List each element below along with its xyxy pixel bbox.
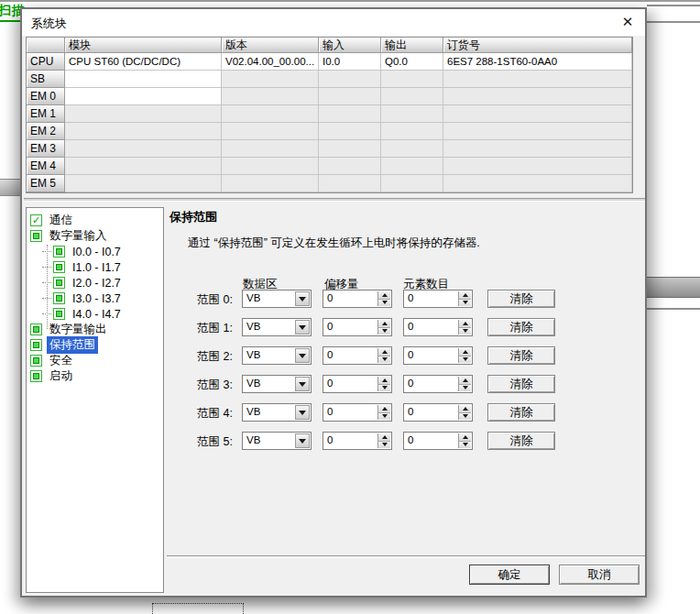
range-2-count-spinner[interactable]: 0 [403, 346, 473, 365]
range-1-offset-spinner[interactable]: 0 [323, 318, 392, 336]
sb-module-cell[interactable] [65, 71, 222, 88]
spinner-value: 0 [408, 434, 413, 445]
range-4-offset-spinner[interactable]: 0 [323, 403, 392, 422]
chevron-down-icon[interactable] [295, 320, 310, 334]
spin-up-icon[interactable] [459, 405, 471, 413]
combo-value: VB [246, 434, 260, 445]
tree-item-label: 数字量输入 [47, 227, 110, 245]
range-2-data-area-select[interactable]: VB [242, 346, 312, 365]
range-4-count-spinner[interactable]: 0 [403, 403, 473, 422]
spin-up-icon[interactable] [378, 405, 390, 413]
spin-down-icon[interactable] [378, 442, 390, 449]
spin-down-icon[interactable] [459, 385, 471, 392]
chevron-down-icon[interactable] [295, 433, 310, 448]
tree-item-communication[interactable]: ✓ 通信 [27, 213, 163, 228]
row-header-em0[interactable]: EM 0 [27, 88, 65, 105]
spin-up-icon[interactable] [459, 291, 471, 300]
row-header-em4[interactable]: EM 4 [27, 158, 65, 175]
range-5-clear-button[interactable]: 清除 [487, 432, 555, 450]
row-header-cpu[interactable]: CPU [27, 53, 65, 71]
range-0-data-area-select[interactable]: VB [242, 290, 312, 308]
em4-module-cell[interactable] [65, 158, 222, 175]
header-cell-version[interactable]: 版本 [222, 38, 319, 53]
spin-down-icon[interactable] [459, 442, 471, 449]
ok-button[interactable]: 确定 [469, 565, 550, 585]
range-2-clear-button[interactable]: 清除 [487, 346, 555, 365]
range-3-data-area-select[interactable]: VB [242, 375, 312, 393]
check-glyph: ✓ [32, 215, 40, 225]
chevron-down-icon[interactable] [295, 377, 310, 391]
range-5-count-spinner[interactable]: 0 [403, 432, 473, 450]
em1-module-cell[interactable] [65, 105, 222, 123]
range-3-count-spinner[interactable]: 0 [403, 375, 473, 393]
range-1-count-spinner[interactable]: 0 [403, 318, 473, 336]
range-4-clear-button[interactable]: 清除 [487, 403, 555, 422]
spin-up-icon[interactable] [378, 291, 390, 300]
header-cell-input[interactable]: 输入 [319, 38, 381, 53]
background-window-edge [0, 0, 700, 2]
range-1-clear-button[interactable]: 清除 [487, 318, 555, 336]
range-2-offset-spinner[interactable]: 0 [323, 346, 392, 365]
table-cell [222, 71, 319, 88]
range-5-data-area-select[interactable]: VB [242, 432, 312, 450]
chevron-down-icon[interactable] [295, 405, 310, 420]
cpu-order-cell: 6ES7 288-1ST60-0AA0 [443, 53, 632, 71]
table-cell [222, 88, 319, 105]
spin-up-icon[interactable] [378, 348, 390, 356]
range-4-data-area-select[interactable]: VB [242, 403, 312, 422]
row-header-em5[interactable]: EM 5 [27, 175, 65, 192]
spin-down-icon[interactable] [459, 300, 471, 307]
tree-item-digital-inputs[interactable]: 数字量输入 [27, 228, 163, 244]
range-3-offset-spinner[interactable]: 0 [323, 375, 392, 393]
range-0-offset-spinner[interactable]: 0 [323, 290, 392, 308]
row-header-sb[interactable]: SB [27, 71, 65, 88]
chevron-down-icon[interactable] [295, 348, 310, 363]
cpu-module-cell[interactable]: CPU ST60 (DC/DC/DC) [65, 53, 222, 71]
range-0-clear-button[interactable]: 清除 [487, 290, 555, 308]
range-row-5: 范围 5: VB 0 0 清除 [22, 432, 649, 450]
spin-down-icon[interactable] [459, 328, 471, 335]
row-header-em2[interactable]: EM 2 [27, 123, 65, 140]
cpu-version-cell: V02.04.00_00.00... [222, 53, 319, 71]
spin-down-icon[interactable] [378, 356, 390, 364]
combo-value: VB [246, 321, 260, 332]
spinner-value: 0 [408, 321, 413, 332]
em3-module-cell[interactable] [65, 140, 222, 158]
table-cell [381, 88, 443, 105]
chevron-down-icon[interactable] [295, 291, 310, 306]
row-header-em3[interactable]: EM 3 [27, 140, 65, 158]
row-header-em1[interactable]: EM 1 [27, 105, 65, 123]
dialog-titlebar[interactable]: 系统块 ✕ [22, 9, 645, 36]
spin-up-icon[interactable] [459, 348, 471, 356]
em2-module-cell[interactable] [65, 123, 222, 140]
spin-up-icon[interactable] [459, 377, 471, 385]
spin-down-icon[interactable] [378, 385, 390, 392]
spinner-value: 0 [408, 378, 413, 389]
header-cell-module[interactable]: 模块 [65, 38, 222, 53]
range-5-offset-spinner[interactable]: 0 [323, 432, 392, 450]
spin-down-icon[interactable] [459, 356, 471, 364]
spin-up-icon[interactable] [459, 320, 471, 328]
spin-down-icon[interactable] [378, 328, 390, 335]
dialog-title: 系统块 [31, 16, 67, 32]
cancel-button[interactable]: 取消 [559, 565, 640, 585]
section-divider [24, 198, 645, 202]
close-icon[interactable]: ✕ [618, 12, 638, 32]
header-cell-output[interactable]: 输出 [381, 38, 443, 53]
spin-up-icon[interactable] [378, 433, 390, 442]
header-cell-order-number[interactable]: 订货号 [443, 38, 632, 53]
spin-down-icon[interactable] [378, 413, 390, 421]
spin-down-icon[interactable] [378, 300, 390, 307]
range-0-count-spinner[interactable]: 0 [403, 290, 473, 308]
spin-up-icon[interactable] [378, 377, 390, 385]
spin-up-icon[interactable] [378, 320, 390, 328]
spin-up-icon[interactable] [459, 433, 471, 442]
em5-module-cell[interactable] [65, 175, 222, 192]
spin-down-icon[interactable] [459, 413, 471, 421]
range-3-clear-button[interactable]: 清除 [487, 375, 555, 393]
em0-module-cell[interactable] [65, 88, 222, 105]
range-1-data-area-select[interactable]: VB [242, 318, 312, 336]
button-separator [167, 555, 645, 558]
settings-tree: ✓ 通信 数字量输入 I0.0 - I0.7 I1.0 - I1.7 I2.0 … [26, 207, 164, 593]
table-cell [443, 140, 632, 158]
